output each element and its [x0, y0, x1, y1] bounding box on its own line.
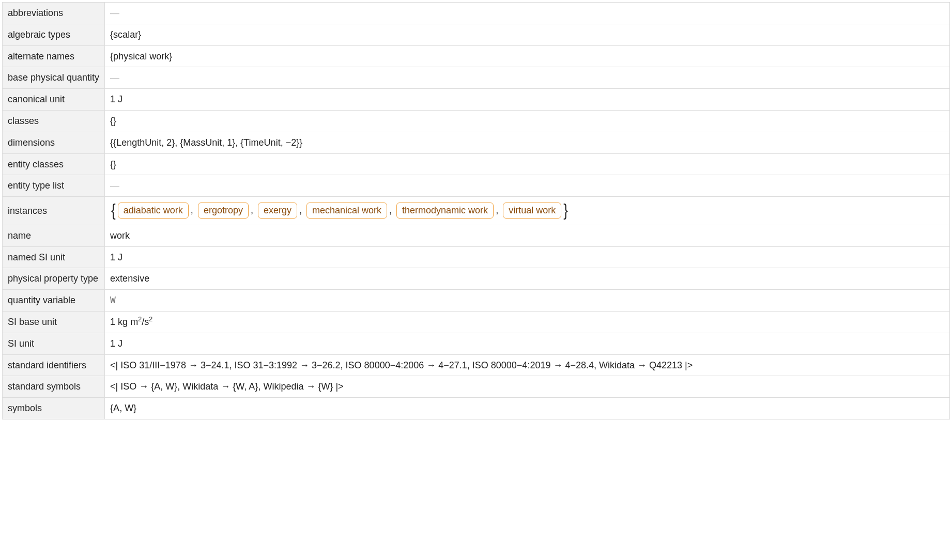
missing-value: — [110, 72, 119, 83]
property-value: <| ISO 31/III−1978 → 3−24.1, ISO 31−3:19… [105, 354, 950, 376]
list-separator: , [388, 205, 395, 215]
property-label: name [3, 225, 105, 246]
property-value: — [105, 3, 950, 24]
table-row: symbols{A, W} [3, 398, 950, 419]
open-brace: { [110, 197, 117, 225]
table-row: base physical quantity— [3, 67, 950, 89]
property-label: abbreviations [3, 3, 105, 24]
property-value: W [105, 290, 950, 312]
table-row: canonical unit1 J [3, 89, 950, 111]
property-label: entity classes [3, 153, 105, 175]
property-label: dimensions [3, 132, 105, 153]
table-row: classes{} [3, 110, 950, 132]
property-label: symbols [3, 398, 105, 419]
entity-pill[interactable]: ergotropy [198, 203, 249, 219]
table-row: entity type list— [3, 175, 950, 197]
entity-pill[interactable]: mechanical work [306, 203, 387, 219]
table-row: abbreviations— [3, 3, 950, 24]
property-value: — [105, 67, 950, 89]
property-label: base physical quantity [3, 67, 105, 89]
property-label: classes [3, 110, 105, 132]
property-label: canonical unit [3, 89, 105, 111]
property-table: abbreviations—algebraic types{scalar}alt… [2, 2, 950, 419]
property-label: quantity variable [3, 290, 105, 312]
entity-pill[interactable]: virtual work [503, 203, 561, 219]
property-label: alternate names [3, 45, 105, 67]
table-row: physical property typeextensive [3, 268, 950, 290]
table-row: entity classes{} [3, 153, 950, 175]
property-value: 1 J [105, 89, 950, 111]
table-row: named SI unit1 J [3, 246, 950, 268]
property-label: SI base unit [3, 311, 105, 333]
missing-value: — [110, 8, 119, 18]
property-label: entity type list [3, 175, 105, 197]
close-brace: } [562, 197, 569, 225]
property-label: standard identifiers [3, 354, 105, 376]
property-label: named SI unit [3, 246, 105, 268]
table-row: standard identifiers<| ISO 31/III−1978 →… [3, 354, 950, 376]
entity-pill[interactable]: adiabatic work [118, 203, 189, 219]
table-row: instances{adiabatic work, ergotropy, exe… [3, 197, 950, 225]
property-value: {} [105, 110, 950, 132]
property-value: {physical work} [105, 45, 950, 67]
table-row: quantity variableW [3, 290, 950, 312]
property-value: {A, W} [105, 398, 950, 419]
list-separator: , [190, 205, 197, 215]
table-row: dimensions{{LengthUnit, 2}, {MassUnit, 1… [3, 132, 950, 153]
missing-value: — [110, 180, 119, 191]
property-value: {adiabatic work, ergotropy, exergy, mech… [105, 197, 950, 225]
property-value: — [105, 175, 950, 197]
property-value: {{LengthUnit, 2}, {MassUnit, 1}, {TimeUn… [105, 132, 950, 153]
property-value: 1 kg m2/s2 [105, 311, 950, 333]
table-row: algebraic types{scalar} [3, 24, 950, 45]
property-value: <| ISO → {A, W}, Wikidata → {W, A}, Wiki… [105, 376, 950, 398]
property-value: 1 J [105, 333, 950, 354]
table-row: namework [3, 225, 950, 246]
table-row: alternate names{physical work} [3, 45, 950, 67]
table-row: standard symbols<| ISO → {A, W}, Wikidat… [3, 376, 950, 398]
list-separator: , [250, 205, 257, 215]
property-label: physical property type [3, 268, 105, 290]
property-label: SI unit [3, 333, 105, 354]
property-value: {} [105, 153, 950, 175]
table-row: SI base unit1 kg m2/s2 [3, 311, 950, 333]
table-row: SI unit1 J [3, 333, 950, 354]
entity-pill[interactable]: thermodynamic work [396, 203, 494, 219]
code-identifier: W [110, 294, 116, 305]
property-label: instances [3, 197, 105, 225]
list-separator: , [495, 205, 502, 215]
property-label: standard symbols [3, 376, 105, 398]
property-value: {scalar} [105, 24, 950, 45]
property-label: algebraic types [3, 24, 105, 45]
property-value: 1 J [105, 246, 950, 268]
list-separator: , [298, 205, 305, 215]
entity-pill[interactable]: exergy [258, 203, 297, 219]
property-value: extensive [105, 268, 950, 290]
property-value: work [105, 225, 950, 246]
